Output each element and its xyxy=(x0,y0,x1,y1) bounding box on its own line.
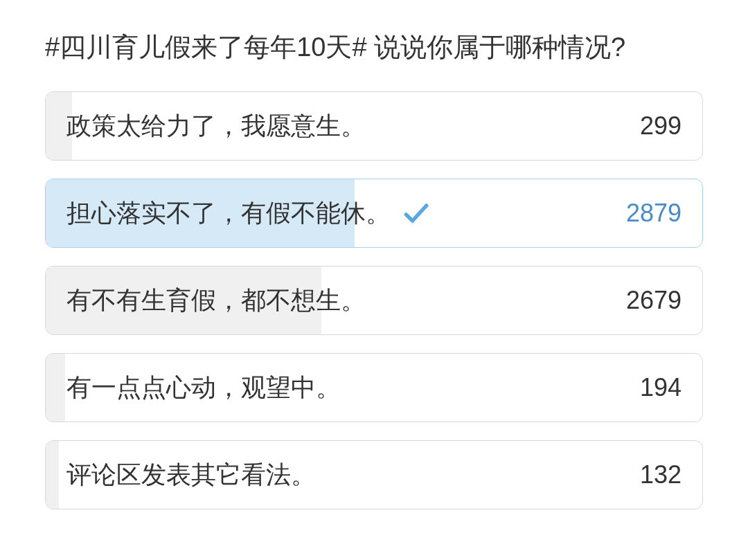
poll-options-container: 政策太给力了，我愿意生。 299 担心落实不了，有假不能休。 2879 有不有生… xyxy=(45,91,703,509)
checkmark-icon xyxy=(401,198,431,228)
poll-label-wrap: 有一点点心动，观望中。 xyxy=(66,371,341,405)
poll-option-count: 2879 xyxy=(626,199,682,228)
poll-title: #四川育儿假来了每年10天# 说说你属于哪种情况? xyxy=(45,28,703,67)
poll-fill-bar xyxy=(46,441,59,509)
poll-option-label: 政策太给力了，我愿意生。 xyxy=(66,109,366,143)
poll-label-wrap: 评论区发表其它看法。 xyxy=(66,458,316,492)
poll-option-count: 299 xyxy=(640,111,682,141)
poll-label-wrap: 担心落实不了，有假不能休。 xyxy=(66,197,431,231)
poll-label-wrap: 有不有生育假，都不想生。 xyxy=(66,284,366,318)
poll-option-label: 评论区发表其它看法。 xyxy=(66,458,316,492)
poll-option[interactable]: 政策太给力了，我愿意生。 299 xyxy=(45,91,703,161)
poll-option[interactable]: 有一点点心动，观望中。 194 xyxy=(45,353,703,422)
poll-option-count: 2679 xyxy=(626,286,682,315)
poll-option-label: 有不有生育假，都不想生。 xyxy=(66,284,366,318)
poll-option[interactable]: 评论区发表其它看法。 132 xyxy=(45,440,703,509)
poll-option-label: 有一点点心动，观望中。 xyxy=(66,371,341,405)
poll-fill-bar xyxy=(46,354,65,422)
poll-option-count: 132 xyxy=(640,460,682,489)
poll-option-count: 194 xyxy=(640,373,682,402)
poll-option[interactable]: 担心落实不了，有假不能休。 2879 xyxy=(45,179,703,248)
poll-option[interactable]: 有不有生育假，都不想生。 2679 xyxy=(45,266,703,335)
poll-option-label: 担心落实不了，有假不能休。 xyxy=(66,197,391,231)
poll-label-wrap: 政策太给力了，我愿意生。 xyxy=(66,109,366,143)
